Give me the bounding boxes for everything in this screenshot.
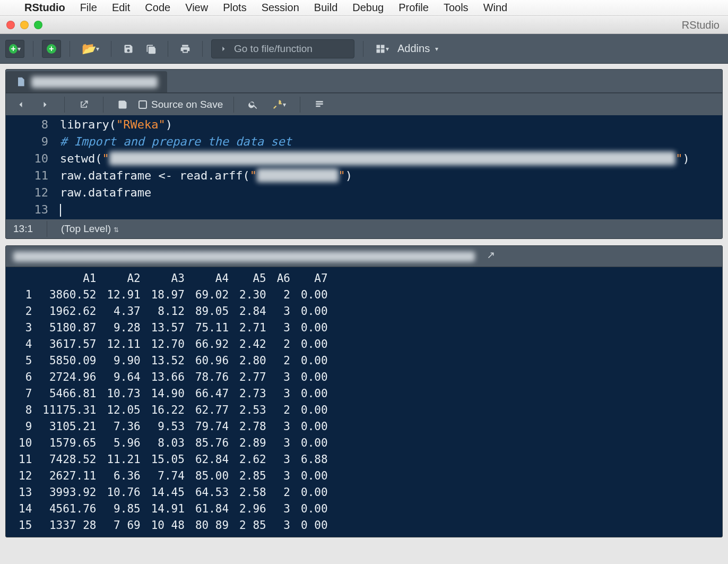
cell: 2 [272,484,296,501]
source-on-save-label: Source on Save [151,99,223,110]
main-toolbar: +▾ + 📂▾ Go to file/function ▾ Addins▾ [0,34,728,64]
show-in-new-window-button[interactable] [75,96,92,114]
cell: 69.02 [190,287,234,303]
code-line[interactable]: library("RWeka") [60,116,718,133]
addins-menu[interactable]: Addins▾ [397,42,438,55]
table-row: 21962.624.378.1289.052.8430.00 [13,303,333,320]
code-line[interactable]: # Import and prepare the data set [60,133,718,150]
print-button[interactable] [177,40,194,58]
save-file-button[interactable] [114,96,131,114]
menu-session[interactable]: Session [262,2,299,14]
row-index: 3 [13,320,37,336]
cell: 8.03 [146,435,190,451]
column-header: A3 [146,270,190,287]
menu-window[interactable]: Wind [483,2,508,14]
column-header: A1 [37,270,101,287]
code-line[interactable] [60,201,718,218]
menu-plots[interactable]: Plots [223,2,246,14]
cell: 3993.92 [37,484,101,501]
cell: 13.52 [146,353,190,369]
cell: 7.36 [101,418,145,435]
menu-code[interactable]: Code [145,2,170,14]
source-pane: ██████████████████ Source on Save [5,69,723,239]
menu-edit[interactable]: Edit [112,2,130,14]
cell: 0.00 [296,287,333,303]
table-row: 93105.217.369.5379.742.7830.00 [13,418,333,435]
cell: 14.90 [146,386,190,402]
nav-forward-button[interactable] [37,96,54,114]
cell: 15.05 [146,451,190,468]
workspace-panes-button[interactable]: ▾ [372,40,392,58]
cell: 7428.52 [37,451,101,468]
table-row: 75466.8110.7314.9066.472.7330.00 [13,386,333,402]
cell: 11.21 [101,451,145,468]
compile-report-button[interactable] [311,96,328,114]
table-row: 811175.3112.0516.2262.772.5320.00 [13,402,333,418]
checkbox-icon [138,100,147,109]
open-file-button[interactable]: 📂▾ [79,40,102,58]
cell: 0.00 [296,501,333,517]
editor-tab[interactable]: ██████████████████ [6,71,167,92]
column-header: A7 [296,270,333,287]
row-index: 8 [13,402,37,418]
cell: 2.30 [234,287,272,303]
save-button[interactable] [120,40,137,58]
cell: 13.57 [146,320,190,336]
cell: 4561.76 [37,501,101,517]
row-index: 14 [13,501,37,517]
menu-file[interactable]: File [80,2,97,14]
code-line[interactable]: raw.dataframe [60,184,718,201]
cell: 85.00 [190,468,234,484]
column-header: A6 [272,270,296,287]
console-output[interactable]: A1A2A3A4A5A6A713860.5212.9118.9769.022.3… [6,267,722,537]
cell: 3860.52 [37,287,101,303]
menu-profile[interactable]: Profile [398,2,429,14]
mac-menubar: RStudio File Edit Code View Plots Sessio… [0,0,728,16]
find-replace-button[interactable] [245,96,262,114]
save-all-button[interactable] [142,40,159,58]
cell: 0.00 [296,369,333,386]
menu-appname[interactable]: RStudio [24,2,65,14]
cell: 3 [272,451,296,468]
scope-selector[interactable]: (Top Level) ⇅ [61,223,119,235]
menu-build[interactable]: Build [314,2,337,14]
row-index: 5 [13,353,37,369]
new-file-button[interactable]: +▾ [5,40,24,58]
code-line[interactable]: setwd("█████████████████████████████████… [60,150,718,167]
cell: 1337 28 [37,517,101,534]
console-popout-button[interactable] [481,247,498,266]
cell: 12.91 [101,287,145,303]
source-on-save-toggle[interactable]: Source on Save [138,99,223,110]
line-number: 12 [6,184,48,201]
row-index: 6 [13,369,37,386]
row-index: 9 [13,418,37,435]
code-editor[interactable]: 8910111213 library("RWeka")# Import and … [6,115,722,219]
editor-tab-label: ██████████████████ [31,76,158,88]
column-header: A2 [101,270,145,287]
cell: 0.00 [296,336,333,353]
minimize-window-button[interactable] [20,21,29,29]
cell: 1579.65 [37,435,101,451]
goto-file-function[interactable]: Go to file/function [211,39,354,58]
close-window-button[interactable] [6,21,15,29]
cell: 2.73 [234,386,272,402]
row-index: 1 [13,287,37,303]
table-row: 151337 287 6910 4880 892 8530 00 [13,517,333,534]
code-line[interactable]: raw.dataframe <- read.arff("███████████"… [60,167,718,184]
column-header: A5 [234,270,272,287]
row-index: 12 [13,468,37,484]
menu-tools[interactable]: Tools [444,2,469,14]
nav-back-button[interactable] [12,96,29,114]
menu-view[interactable]: View [185,2,208,14]
cell: 2.42 [234,336,272,353]
cell: 18.97 [146,287,190,303]
cell: 2.85 [234,468,272,484]
line-number: 11 [6,167,48,184]
new-project-button[interactable]: + [42,40,61,58]
code-tools-button[interactable]: ▾ [269,96,289,114]
cell: 2.84 [234,303,272,320]
cell: 3 [272,386,296,402]
table-row: 13860.5212.9118.9769.022.3020.00 [13,287,333,303]
zoom-window-button[interactable] [34,21,42,29]
menu-debug[interactable]: Debug [352,2,384,14]
